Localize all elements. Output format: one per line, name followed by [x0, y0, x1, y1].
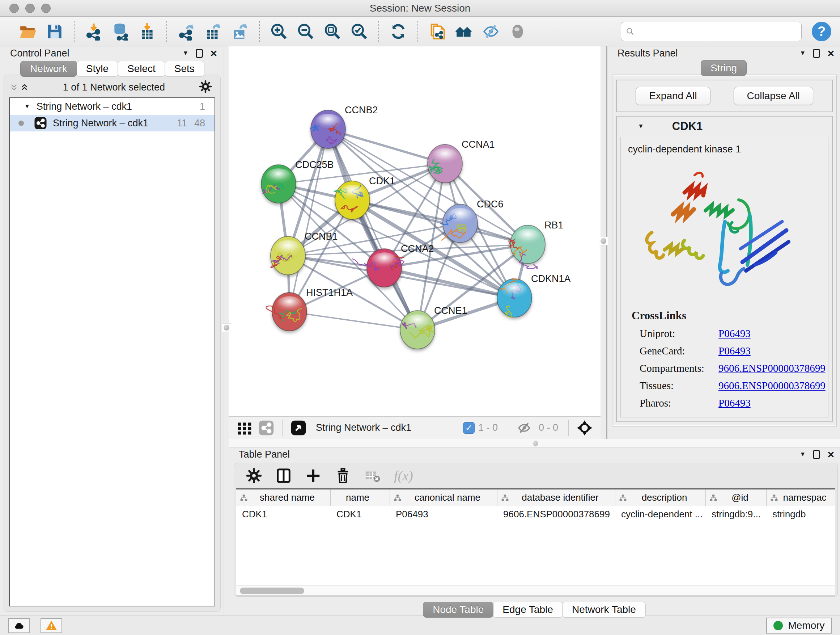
column-header[interactable]: @id: [706, 489, 767, 506]
network-graph[interactable]: CCNB2CCNA1CDC25BCDK1CDC6RB1CCNB1CCNA2CDK…: [229, 46, 600, 416]
selected-checkbox-icon[interactable]: ✓: [463, 422, 475, 434]
network-edge[interactable]: [289, 312, 417, 330]
crosslink-link[interactable]: 9606.ENSP00000378699: [718, 380, 826, 392]
string-home-button[interactable]: [454, 21, 475, 42]
node-label: CDK1: [369, 176, 395, 187]
node-section-header[interactable]: ▼ CDK1: [617, 117, 832, 136]
right-splitter-handle[interactable]: [599, 237, 608, 245]
close-panel-icon[interactable]: ×: [827, 50, 834, 57]
table-options-gear-icon[interactable]: [246, 467, 262, 484]
birdseye-view-button[interactable]: [507, 21, 528, 42]
network-edge[interactable]: [328, 129, 445, 164]
float-panel-icon[interactable]: [813, 49, 820, 58]
close-panel-icon[interactable]: ×: [210, 50, 217, 57]
add-column-icon[interactable]: [305, 467, 322, 484]
open-session-button[interactable]: [17, 21, 38, 42]
network-node[interactable]: HIST1H1A: [266, 287, 353, 331]
left-splitter[interactable]: [224, 46, 229, 616]
grid-view-icon[interactable]: [237, 420, 253, 436]
warnings-button[interactable]: [41, 618, 62, 633]
tab-network[interactable]: Network: [20, 61, 77, 77]
float-panel-icon[interactable]: [813, 450, 820, 459]
network-node[interactable]: CDKN1A: [497, 273, 571, 317]
column-header[interactable]: description: [615, 489, 706, 506]
table-cell: cyclin-dependent ...: [615, 506, 706, 522]
table-cell: stringdb:9...: [706, 506, 767, 522]
import-network-file-button[interactable]: [83, 21, 104, 42]
network-from-clipboard-button[interactable]: [427, 21, 448, 42]
export-image-button[interactable]: [229, 21, 250, 42]
zoom-selected-button[interactable]: [349, 21, 370, 42]
delete-column-icon[interactable]: [335, 467, 351, 484]
zoom-fit-button[interactable]: [322, 21, 343, 42]
network-node[interactable]: CCNB1: [271, 231, 338, 275]
search-input[interactable]: [638, 26, 797, 37]
help-button[interactable]: ?: [812, 22, 831, 41]
collapse-collection-icon[interactable]: ▼: [24, 103, 30, 110]
table-panel: Table Panel ▼ × f(x): [229, 448, 840, 618]
float-panel-icon[interactable]: [196, 49, 203, 58]
network-collection-row[interactable]: ▼ String Network – cdk1 1: [10, 98, 215, 115]
tab-select[interactable]: Select: [118, 61, 165, 77]
column-header[interactable]: name: [331, 489, 390, 506]
network-node[interactable]: CCNA1: [428, 139, 495, 183]
scrollbar-thumb[interactable]: [240, 587, 304, 594]
maximize-window-button[interactable]: [41, 4, 51, 13]
table-row[interactable]: CDK1CDK1P064939606.ENSP00000378699cyclin…: [236, 506, 835, 522]
tab-string[interactable]: String: [701, 60, 747, 76]
left-splitter-handle[interactable]: [222, 323, 231, 332]
zoom-out-button[interactable]: [295, 21, 316, 42]
hide-graphics-details-button[interactable]: [480, 21, 501, 42]
tab-sets[interactable]: Sets: [164, 61, 204, 77]
crosslink-link[interactable]: 9606.ENSP00000378699: [718, 363, 826, 374]
hidden-eye-slash-icon[interactable]: [516, 420, 532, 436]
show-columns-icon[interactable]: [275, 467, 292, 484]
close-window-button[interactable]: [9, 4, 19, 13]
tab-network-table[interactable]: Network Table: [562, 602, 646, 618]
birdseye-toggle-icon[interactable]: [291, 420, 306, 436]
network-node[interactable]: RB1: [508, 220, 563, 269]
collection-count: 1: [200, 101, 215, 112]
network-row[interactable]: String Network – cdk1 11 48: [10, 115, 215, 131]
import-network-database-button[interactable]: [110, 21, 131, 42]
minimize-window-button[interactable]: [25, 4, 35, 13]
toolbar-separator: [259, 21, 260, 42]
column-header[interactable]: shared name: [236, 489, 331, 506]
column-header[interactable]: database identifier: [497, 489, 615, 506]
tab-style[interactable]: Style: [76, 61, 118, 77]
panel-menu-icon[interactable]: ▼: [182, 50, 188, 57]
apply-layout-button[interactable]: [388, 21, 409, 42]
collapse-section-icon[interactable]: ▼: [638, 123, 644, 130]
close-panel-icon[interactable]: ×: [827, 451, 834, 458]
panel-menu-icon[interactable]: ▼: [799, 451, 806, 458]
export-network-button[interactable]: [176, 21, 197, 42]
crosslinks-title: CrossLinks: [632, 309, 828, 322]
panel-menu-icon[interactable]: ▼: [799, 50, 806, 57]
crosshair-icon[interactable]: [576, 420, 592, 436]
tab-node-table[interactable]: Node Table: [423, 602, 493, 618]
crosslink-link[interactable]: P06493: [718, 397, 751, 409]
column-header[interactable]: canonical name: [390, 489, 497, 506]
expand-all-icon[interactable]: «: [21, 84, 31, 91]
collapse-all-button[interactable]: Collapse All: [734, 87, 813, 105]
horizontal-splitter[interactable]: [229, 439, 840, 448]
network-canvas[interactable]: CCNB2CCNA1CDC25BCDK1CDC6RB1CCNB1CCNA2CDK…: [229, 46, 600, 416]
tab-edge-table[interactable]: Edge Table: [493, 602, 563, 618]
zoom-in-button[interactable]: [268, 21, 289, 42]
network-options-gear-icon[interactable]: [199, 80, 212, 95]
network-share-icon[interactable]: [258, 420, 274, 436]
network-edge[interactable]: [289, 129, 328, 312]
column-header[interactable]: namespac: [767, 489, 835, 506]
table-cell: CDK1: [236, 506, 331, 522]
save-session-button[interactable]: [44, 21, 65, 42]
expand-all-button[interactable]: Expand All: [636, 87, 710, 105]
crosslink-link[interactable]: P06493: [718, 345, 751, 357]
right-splitter[interactable]: [600, 46, 606, 439]
export-table-button[interactable]: [202, 21, 224, 42]
table-horizontal-scrollbar[interactable]: [236, 585, 835, 595]
crosslink-link[interactable]: P06493: [718, 328, 751, 340]
import-table-button[interactable]: [137, 21, 158, 42]
cloud-status-button[interactable]: [8, 618, 30, 633]
memory-button[interactable]: Memory: [766, 618, 832, 633]
eye-slash-icon: [482, 22, 500, 41]
